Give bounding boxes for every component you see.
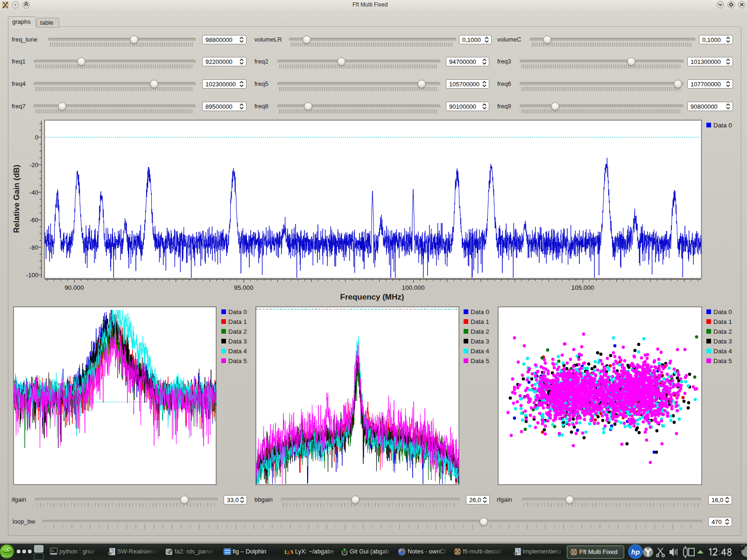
svg-text:Data 4: Data 4 [471,348,489,355]
svg-text:-100: -100 [26,272,38,279]
svg-text:Data 0: Data 0 [713,308,732,315]
svg-text:Data 1: Data 1 [471,318,489,325]
svg-text:90.000: 90.000 [64,284,84,291]
svg-text:100.000: 100.000 [402,284,425,291]
svg-text:Data 5: Data 5 [713,357,732,364]
svg-text:Data 5: Data 5 [228,357,247,364]
svg-text:Data 2: Data 2 [713,328,732,335]
svg-text:Data 3: Data 3 [471,338,489,345]
svg-text:Data 4: Data 4 [713,348,732,355]
svg-text:Data 0: Data 0 [228,308,247,315]
svg-text:Data 3: Data 3 [713,338,732,345]
svg-text:Data 1: Data 1 [228,318,247,325]
svg-text:-60: -60 [29,217,38,224]
svg-text:Data 2: Data 2 [471,328,489,335]
svg-text:-80: -80 [29,244,38,251]
svg-text:Data 3: Data 3 [228,338,247,345]
svg-text:X: X [290,548,293,555]
svg-text:Data 5: Data 5 [471,357,489,364]
svg-text:Data 0: Data 0 [713,122,732,129]
svg-text:105.000: 105.000 [571,284,594,291]
svg-text:Data 2: Data 2 [228,328,247,335]
svg-text:-20: -20 [29,161,38,168]
svg-text:Data 0: Data 0 [471,308,489,315]
svg-text:hp: hp [631,548,640,556]
svg-text:Data 4: Data 4 [228,348,247,355]
svg-text:95.000: 95.000 [234,284,253,291]
svg-text:-40: -40 [29,189,38,196]
svg-text:0: 0 [35,134,38,141]
svg-text:Frequency (MHz): Frequency (MHz) [340,293,404,301]
svg-text:Relative Gain (dB): Relative Gain (dB) [12,165,21,233]
svg-text:Data 1: Data 1 [713,318,732,325]
